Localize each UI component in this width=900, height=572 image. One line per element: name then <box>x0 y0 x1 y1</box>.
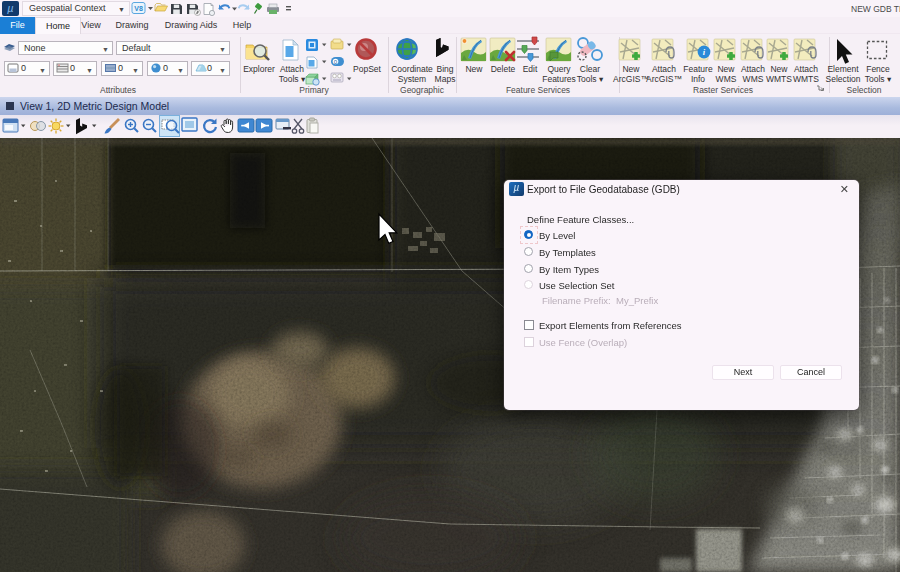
svg-text:V8: V8 <box>134 5 143 12</box>
